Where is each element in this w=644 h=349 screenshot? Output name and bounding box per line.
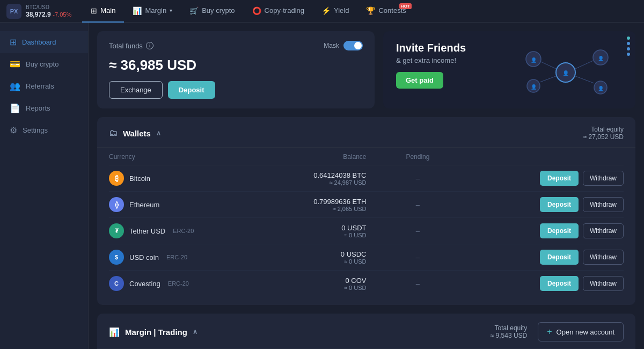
hot-badge: HOT — [399, 3, 412, 9]
price-change: -7.05% — [53, 11, 71, 18]
nav-item-contests[interactable]: 🏆 Contests HOT — [357, 0, 414, 23]
withdraw-btc-button[interactable]: Withdraw — [583, 171, 624, 186]
sidebar-item-dashboard[interactable]: ⊞ Dashboard — [0, 31, 88, 53]
balance-eth-usd: ≈ 2,065 USD — [212, 206, 367, 212]
svg-text:👤: 👤 — [598, 85, 604, 92]
price-row: 38,972.9 -7.05% — [26, 10, 71, 18]
balance-btc-usd: ≈ 24,987 USD — [212, 179, 367, 186]
open-new-account-button[interactable]: + Open new account — [538, 322, 624, 341]
nav-label-copy-trading: Copy-trading — [265, 6, 304, 14]
svg-text:👤: 👤 — [598, 55, 604, 62]
dot-3 — [627, 47, 630, 50]
balance-usdt-main: 0 USDT — [212, 224, 367, 232]
withdraw-cov-button[interactable]: Withdraw — [583, 276, 624, 291]
crypto-cell-usdt: ₮ Tether USD ERC-20 — [109, 223, 212, 238]
nav-item-main[interactable]: ⊞ Main — [82, 0, 124, 23]
actions-usdc: Deposit Withdraw — [469, 250, 624, 265]
crypto-tag-usdc: ERC-20 — [166, 254, 187, 260]
deposit-button[interactable]: Deposit — [168, 81, 215, 99]
wallets-equity-value: ≈ 27,052 USD — [583, 133, 624, 141]
wallets-header: 🗂 Wallets ∧ Total equity ≈ 27,052 USD — [97, 117, 635, 148]
crypto-cell-eth: ⟠ Ethereum — [109, 197, 212, 212]
dot-1 — [627, 37, 630, 40]
crypto-tag-usdt: ERC-20 — [173, 228, 194, 234]
usdc-logo: $ — [109, 250, 124, 265]
svg-text:👤: 👤 — [562, 70, 569, 77]
nav-item-buy-crypto[interactable]: 🛒 Buy crypto — [181, 0, 243, 23]
crypto-name-btc: Bitcoin — [129, 174, 150, 183]
wallet-row-usdc: $ USD coin ERC-20 0 USDC ≈ 0 USD – Depos… — [109, 244, 624, 271]
wallets-table-header: Currency Balance Pending — [109, 148, 624, 165]
nav-item-yield[interactable]: ⚡ Yield — [313, 0, 357, 23]
balance-usdt-usd: ≈ 0 USD — [212, 232, 367, 238]
balance-cov: 0 COV ≈ 0 USD — [212, 277, 367, 291]
withdraw-usdt-button[interactable]: Withdraw — [583, 223, 624, 238]
logo-icon: PX — [6, 4, 21, 19]
chevron-down-icon: ▾ — [170, 8, 172, 13]
top-navigation: PX BTC/USD 38,972.9 -7.05% ⊞ Main 📊 Marg… — [0, 0, 644, 23]
deposit-btc-button[interactable]: Deposit — [540, 171, 579, 186]
margin-header-right: Total equity ≈ 9,543 USD + Open new acco… — [491, 322, 624, 341]
col-pending-header: Pending — [367, 153, 470, 161]
crypto-cell-cov: C Covesting ERC-20 — [109, 276, 212, 291]
margin-icon: 📊 — [133, 6, 142, 15]
sidebar-item-buy-crypto[interactable]: 💳 Buy crypto — [0, 53, 88, 75]
margin-equity: Total equity ≈ 9,543 USD — [491, 324, 528, 339]
balance-btc-main: 0.64124038 BTC — [212, 171, 367, 179]
get-paid-button[interactable]: Get paid — [396, 72, 443, 89]
margin-header-row: 📊 Margin | Trading ∧ Total equity ≈ 9,54… — [97, 314, 635, 348]
wallets-equity-label: Total equity — [583, 126, 624, 133]
wallets-title-text: Wallets — [123, 129, 151, 138]
balance-btc: 0.64124038 BTC ≈ 24,987 USD — [212, 171, 367, 186]
col-balance-header: Balance — [212, 153, 367, 161]
withdraw-usdc-button[interactable]: Withdraw — [583, 250, 624, 265]
margin-collapse-icon[interactable]: ∧ — [193, 328, 197, 336]
crypto-name-usdc: USD coin — [129, 253, 159, 261]
dot-2 — [627, 42, 630, 45]
info-icon[interactable]: i — [146, 42, 153, 49]
nav-label-margin: Margin — [145, 6, 166, 14]
referrals-icon: 👥 — [10, 81, 20, 91]
reports-icon: 📄 — [10, 103, 20, 113]
funds-actions: Exchange Deposit — [109, 81, 363, 99]
col-currency-header: Currency — [109, 153, 212, 161]
funds-amount: ≈ 36,985 USD — [109, 57, 363, 74]
sidebar-item-settings[interactable]: ⚙ Settings — [0, 119, 88, 141]
svg-text:👤: 👤 — [531, 84, 537, 90]
mask-toggle-switch[interactable] — [343, 41, 363, 50]
wallet-row-eth: ⟠ Ethereum 0.79989636 ETH ≈ 2,065 USD – … — [109, 192, 624, 218]
svg-text:👤: 👤 — [531, 57, 537, 63]
wallets-collapse-icon[interactable]: ∧ — [156, 129, 161, 137]
cov-logo: C — [109, 276, 124, 291]
exchange-button[interactable]: Exchange — [109, 81, 163, 99]
mask-toggle: Mask — [324, 41, 363, 50]
crypto-cell-btc: ₿ Bitcoin — [109, 171, 212, 186]
crypto-name-usdt: Tether USD — [129, 227, 165, 235]
deposit-eth-button[interactable]: Deposit — [540, 197, 579, 212]
margin-section: 📊 Margin | Trading ∧ Total equity ≈ 9,54… — [97, 314, 635, 349]
crypto-tag-cov: ERC-20 — [168, 280, 189, 287]
nav-item-copy-trading[interactable]: ⭕ Copy-trading — [244, 0, 313, 23]
sidebar-label-settings: Settings — [23, 126, 48, 134]
trophy-icon: 🏆 — [366, 6, 375, 15]
margin-bar-icon: 📊 — [109, 327, 120, 337]
balance-usdc-usd: ≈ 0 USD — [212, 258, 367, 265]
toggle-knob — [354, 42, 362, 49]
withdraw-eth-button[interactable]: Withdraw — [583, 197, 624, 212]
actions-btc: Deposit Withdraw — [469, 171, 624, 186]
deposit-cov-button[interactable]: Deposit — [540, 276, 579, 291]
actions-usdt: Deposit Withdraw — [469, 223, 624, 238]
price-info: BTC/USD 38,972.9 -7.05% — [26, 4, 71, 18]
sidebar-item-reports[interactable]: 📄 Reports — [0, 97, 88, 119]
sidebar-item-referrals[interactable]: 👥 Referrals — [0, 75, 88, 97]
price-label: BTC/USD — [26, 4, 71, 10]
deposit-usdt-button[interactable]: Deposit — [540, 223, 579, 238]
nav-item-margin[interactable]: 📊 Margin ▾ — [124, 0, 181, 23]
nav-label-buy-crypto: Buy crypto — [202, 6, 235, 14]
balance-eth-main: 0.79989636 ETH — [212, 198, 367, 206]
usdt-logo: ₮ — [109, 223, 124, 238]
funds-card: Total funds i Mask ≈ 36,985 USD Exchange… — [97, 31, 375, 108]
wallets-table: Currency Balance Pending ₿ Bitcoin 0.641… — [97, 148, 635, 305]
pending-btc: – — [367, 174, 470, 183]
deposit-usdc-button[interactable]: Deposit — [540, 250, 579, 265]
